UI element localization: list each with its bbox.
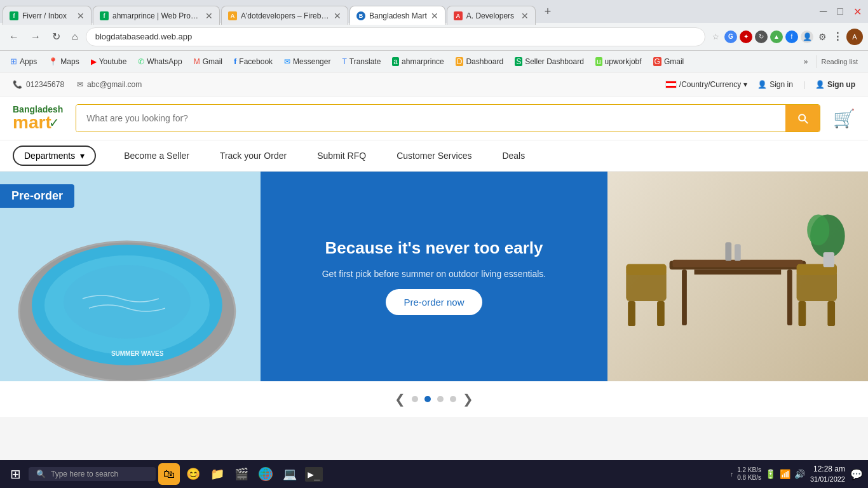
whatsapp-icon: ✆ <box>138 57 144 66</box>
search-button[interactable] <box>785 105 820 132</box>
bookmark-upwork-label: upworkjobf <box>605 57 642 66</box>
home-button[interactable]: ⌂ <box>68 29 82 45</box>
maximize-button[interactable]: □ <box>833 6 847 17</box>
settings-icon[interactable]: ⚙ <box>816 30 829 43</box>
translate-icon: T <box>342 57 346 66</box>
departments-label: Departments <box>24 151 75 161</box>
bookmark-facebook[interactable]: f Facebook <box>229 54 278 69</box>
departments-button[interactable]: Departments ▾ <box>13 146 96 166</box>
close-window-button[interactable]: ✕ <box>850 6 865 18</box>
tab-close-adot[interactable]: ✕ <box>334 11 341 21</box>
site-logo[interactable]: Bangladesh m art ✓ <box>13 105 63 132</box>
email-address: abc@gmail.com <box>87 80 142 89</box>
logo-mart-rest: art <box>29 114 51 132</box>
tab-ahmar[interactable]: f ahmarprince | Web Programm... ✕ <box>93 6 220 25</box>
bookmark-dashboard[interactable]: D Dashboard <box>451 55 508 69</box>
cart-button[interactable]: 🛒 <box>833 108 855 129</box>
sign-up-button[interactable]: 👤 Sign up <box>815 80 855 89</box>
profile-circle[interactable]: 👤 <box>801 30 813 43</box>
country-currency-label: /Country/Currency <box>679 80 741 89</box>
flag-icon <box>665 81 677 88</box>
tab-fiverr[interactable]: f Fiverr / Inbox ✕ <box>3 6 92 25</box>
minimize-button[interactable]: ─ <box>816 6 831 17</box>
tab-adev[interactable]: A A. Developers ✕ <box>447 6 536 25</box>
extension-icon4[interactable]: f <box>785 30 798 43</box>
new-tab-button[interactable]: + <box>539 5 557 18</box>
carousel-prev-button[interactable]: ❮ <box>395 391 405 407</box>
country-currency-selector[interactable]: /Country/Currency ▾ <box>665 80 747 89</box>
bookmark-ahmar[interactable]: a ahmarprince <box>387 55 449 69</box>
nav-deals[interactable]: Deals <box>487 140 540 172</box>
upwork-icon: u <box>595 57 602 66</box>
more-icon[interactable]: ⋮ <box>831 30 844 43</box>
tab-adot[interactable]: A A'dotdevelopers – Firebase c... ✕ <box>221 6 348 25</box>
tab-favicon-bdmart: B <box>356 11 365 20</box>
logo-text: Bangladesh m art ✓ <box>13 105 63 132</box>
tab-close-fiverr[interactable]: ✕ <box>77 11 85 21</box>
bookmark-gmail1[interactable]: M Gmail <box>189 55 227 69</box>
bookmark-messenger[interactable]: ✉ Messenger <box>279 55 336 69</box>
bookmark-gmail2[interactable]: G Gmail <box>648 55 689 69</box>
extension-icon3[interactable]: ▲ <box>770 30 783 43</box>
hero-cta-button[interactable]: Pre-order now <box>386 289 482 315</box>
bookmark-star-icon[interactable]: ☆ <box>709 30 722 43</box>
search-container <box>76 104 820 132</box>
ahmar-icon: a <box>392 57 399 66</box>
nav-links: Become a Seller Track your Order Submit … <box>109 140 540 172</box>
bookmark-youtube[interactable]: ▶ Youtube <box>86 55 132 69</box>
tab-bdmart[interactable]: B Bangladesh Mart ✕ <box>349 6 445 25</box>
reload-button[interactable]: ↻ <box>48 28 64 45</box>
bookmarks-bar: ⊞ Apps 📍 Maps ▶ Youtube ✆ WhatsApp M Gma… <box>0 51 868 72</box>
back-button[interactable]: ← <box>5 29 23 45</box>
divider: | <box>803 80 805 89</box>
phone-item: 📞 012345678 <box>13 80 64 89</box>
carousel-dot-3[interactable] <box>437 396 444 402</box>
tab-close-bdmart[interactable]: ✕ <box>431 11 438 21</box>
search-input[interactable] <box>76 105 785 132</box>
reading-list-button[interactable]: Reading list <box>816 55 863 68</box>
bookmark-upwork[interactable]: u upworkjobf <box>590 55 647 69</box>
svg-rect-16 <box>799 301 806 326</box>
window-controls: ─ □ ✕ <box>816 6 865 18</box>
extension-icon1[interactable]: ✦ <box>740 30 752 43</box>
nav-track-order[interactable]: Track your Order <box>205 140 302 172</box>
carousel-next-button[interactable]: ❯ <box>463 391 473 407</box>
tab-favicon-ahmar: f <box>100 11 109 20</box>
carousel-dot-1[interactable] <box>412 396 418 402</box>
svg-rect-17 <box>828 301 836 326</box>
tab-title-bdmart: Bangladesh Mart <box>369 11 427 20</box>
tab-title-adev: A. Developers <box>466 11 517 20</box>
maps-icon: 📍 <box>48 57 58 66</box>
tab-favicon-adot: A <box>228 11 237 20</box>
bookmark-seller-dashboard[interactable]: S Seller Dashboard <box>510 55 589 69</box>
bookmark-translate[interactable]: T Translate <box>337 55 386 69</box>
carousel-dot-2[interactable] <box>424 396 431 402</box>
email-item: ✉ abc@gmail.com <box>77 80 142 89</box>
forward-button[interactable]: → <box>27 29 44 45</box>
tab-close-adev[interactable]: ✕ <box>521 11 529 21</box>
apps-icon: ⊞ <box>10 57 17 66</box>
bookmark-apps-label: Apps <box>20 57 37 66</box>
chrome-icon[interactable]: G <box>724 30 737 43</box>
nav-customer-services[interactable]: Customer Services <box>381 140 487 172</box>
nav-become-seller[interactable]: Become a Seller <box>109 140 205 172</box>
extension-icon2[interactable]: ↻ <box>755 30 768 43</box>
profile-avatar[interactable]: A <box>846 29 863 45</box>
logo-mart: m <box>13 114 29 132</box>
dept-arrow-icon: ▾ <box>80 151 85 161</box>
bookmark-apps[interactable]: ⊞ Apps <box>5 54 42 69</box>
carousel-dot-4[interactable] <box>450 396 456 402</box>
svg-text:SUMMER WAVES: SUMMER WAVES <box>111 350 164 357</box>
bookmark-maps[interactable]: 📍 Maps <box>43 55 84 69</box>
furniture-visual <box>607 172 868 381</box>
bookmark-whatsapp[interactable]: ✆ WhatsApp <box>133 55 187 69</box>
tab-close-ahmar[interactable]: ✕ <box>205 11 213 21</box>
sign-in-button[interactable]: 👤 Sign in <box>757 80 793 89</box>
svg-point-3 <box>64 265 191 339</box>
hero-left-panel: Pre-order SUMMER WAVES <box>0 172 261 381</box>
svg-rect-6 <box>682 269 687 325</box>
bookmarks-more-button[interactable]: » <box>800 55 812 69</box>
address-input[interactable] <box>86 27 705 46</box>
svg-rect-21 <box>726 242 732 261</box>
nav-submit-rfq[interactable]: Submit RFQ <box>302 140 381 172</box>
